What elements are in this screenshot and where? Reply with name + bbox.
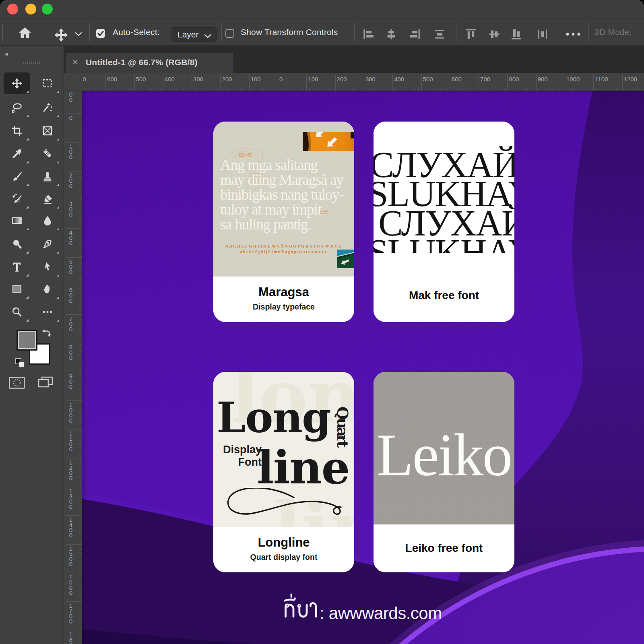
default-colors-icon[interactable] <box>15 358 26 370</box>
tools-panel-grip[interactable] <box>23 62 41 64</box>
options-bar-grip[interactable] <box>2 24 5 41</box>
path-selection-tool[interactable] <box>34 256 61 278</box>
screen-mode-icon[interactable] <box>38 376 53 391</box>
mak-specimen-image: СЛУХАЙ СЛУХАЙSLUKHAY SLUKHAYСЛУХАЙ СЛУХА… <box>374 122 514 253</box>
spot-healing-tool[interactable] <box>34 143 61 165</box>
auto-select-checkbox[interactable] <box>96 29 105 38</box>
ruler-tick <box>66 286 82 286</box>
leiko-card-label: Leiko free font <box>374 524 514 572</box>
align-horizontal-centers-icon[interactable] <box>384 27 398 41</box>
move-tool-icon[interactable] <box>54 27 69 44</box>
ruler-tick <box>249 74 250 91</box>
eyedropper-tool[interactable] <box>4 143 30 165</box>
magic-wand-tool[interactable] <box>34 97 61 118</box>
collapse-panel-button[interactable]: « <box>5 50 9 58</box>
credit-latin-text: : awwwards.com <box>320 605 442 622</box>
chevron-down-icon <box>204 33 211 40</box>
pen-tool[interactable] <box>34 233 61 255</box>
history-brush-tool[interactable] <box>4 188 30 210</box>
auto-select-target-value: Layer <box>178 28 199 41</box>
rectangular-marquee-tool[interactable] <box>34 72 61 94</box>
more-options-ellipsis-icon[interactable] <box>566 31 581 39</box>
ruler-tick <box>192 74 192 91</box>
ruler-tick <box>66 142 82 142</box>
align-top-edges-icon[interactable] <box>464 27 478 41</box>
frame-tool[interactable] <box>34 120 61 142</box>
specimen-line: tuloy at may impit <box>220 202 344 217</box>
dodge-tool[interactable] <box>4 233 30 255</box>
ruler-label: 100 <box>68 144 73 159</box>
eraser-tool[interactable] <box>34 188 61 210</box>
ruler-tick <box>105 74 106 91</box>
edit-toolbar-tool[interactable] <box>34 301 61 323</box>
traffic-light-zoom-button[interactable] <box>42 4 53 14</box>
tool-flyout-triangle <box>26 115 29 117</box>
tool-flyout-triangle <box>26 228 29 230</box>
tool-flyout-triangle <box>57 115 59 117</box>
tool-flyout-triangle <box>26 296 29 299</box>
tool-flyout-triangle <box>26 184 29 186</box>
separator <box>456 23 456 41</box>
document-tab[interactable]: × Untitled-1 @ 66.7% (RGB/8) <box>66 53 233 73</box>
ruler-label: 500 <box>68 259 73 275</box>
longline-word-bottom: line <box>257 445 349 490</box>
specimen-line: sa huling pantig. <box>220 217 344 232</box>
rectangle-tool[interactable] <box>4 278 30 300</box>
align-bottom-edges-icon[interactable] <box>510 27 523 41</box>
longline-card-label: Longline Quart display font <box>213 527 354 572</box>
card-title: Maragsa <box>213 285 354 299</box>
font-card-maragsa[interactable]: G MGA SALITANANG TULOY HULINGPANTIG Ang … <box>213 122 354 322</box>
ruler-label: 900 <box>68 374 73 389</box>
vertical-ruler[interactable]: 1000100200300400500600700800900100011001… <box>64 91 82 644</box>
ruler-tick <box>421 74 422 91</box>
ruler-label: 300 <box>365 76 376 83</box>
tool-flyout-triangle <box>57 91 59 93</box>
tool-flyout-triangle <box>57 138 59 140</box>
ruler-tick <box>163 74 163 91</box>
home-icon[interactable] <box>18 26 32 41</box>
gradient-tool[interactable] <box>4 210 30 231</box>
separator <box>558 23 558 41</box>
font-card-longline[interactable]: long lin Long line Quart DisplayFont Lon… <box>213 372 354 572</box>
align-vertical-centers-icon[interactable] <box>487 27 501 41</box>
tab-close-icon[interactable]: × <box>72 56 78 68</box>
mak-card-label: Mak free font <box>374 285 514 322</box>
tool-flyout-triangle <box>57 251 59 254</box>
type-tool[interactable] <box>4 256 30 278</box>
horizontal-ruler[interactable]: 0600500400300200100010020030040050060070… <box>82 73 644 91</box>
ruler-corner-box[interactable] <box>64 73 82 91</box>
chevron-down-icon[interactable] <box>75 31 82 38</box>
ruler-label: 600 <box>107 76 117 83</box>
move-tool[interactable] <box>4 72 30 94</box>
font-card-leiko[interactable]: Leiko Leiko free font <box>374 372 514 572</box>
distribute-vertical-icon[interactable] <box>536 27 549 41</box>
traffic-light-close-button[interactable] <box>7 4 18 14</box>
blur-tool[interactable] <box>34 210 61 231</box>
auto-select-target-dropdown[interactable]: Layer <box>171 27 217 42</box>
clone-stamp-tool[interactable] <box>34 165 61 187</box>
ruler-label: 100 <box>251 76 261 83</box>
teal-street-sign-photo <box>337 250 354 268</box>
traffic-light-minimize-button[interactable] <box>25 4 36 14</box>
distribute-horizontal-icon[interactable] <box>433 27 446 41</box>
ruler-label: 1200 <box>68 460 73 481</box>
align-left-edges-icon[interactable] <box>362 27 376 41</box>
maragsa-alphabet-lowercase: abcdefghijklmnñngopqrstuvwxyz <box>213 250 354 254</box>
swap-colors-icon[interactable] <box>41 329 52 339</box>
tool-flyout-triangle <box>57 296 59 299</box>
document-canvas[interactable]: G MGA SALITANANG TULOY HULINGPANTIG Ang … <box>82 91 644 644</box>
tool-flyout-triangle <box>26 274 29 277</box>
ruler-label: 300 <box>193 76 203 83</box>
lasso-tool[interactable] <box>4 97 30 118</box>
show-transform-checkbox[interactable] <box>225 29 234 38</box>
foreground-color-swatch[interactable] <box>17 330 37 351</box>
brush-tool[interactable] <box>4 165 30 187</box>
align-right-edges-icon[interactable] <box>408 27 421 41</box>
crop-tool[interactable] <box>4 120 30 142</box>
hand-tool[interactable] <box>34 278 61 300</box>
quick-mask-mode-icon[interactable] <box>9 377 25 390</box>
zoom-tool[interactable] <box>4 301 30 323</box>
tool-flyout-triangle <box>26 319 29 322</box>
font-card-mak[interactable]: СЛУХАЙ СЛУХАЙSLUKHAY SLUKHAYСЛУХАЙ СЛУХА… <box>374 122 514 322</box>
ruler-label: 200 <box>68 173 73 188</box>
